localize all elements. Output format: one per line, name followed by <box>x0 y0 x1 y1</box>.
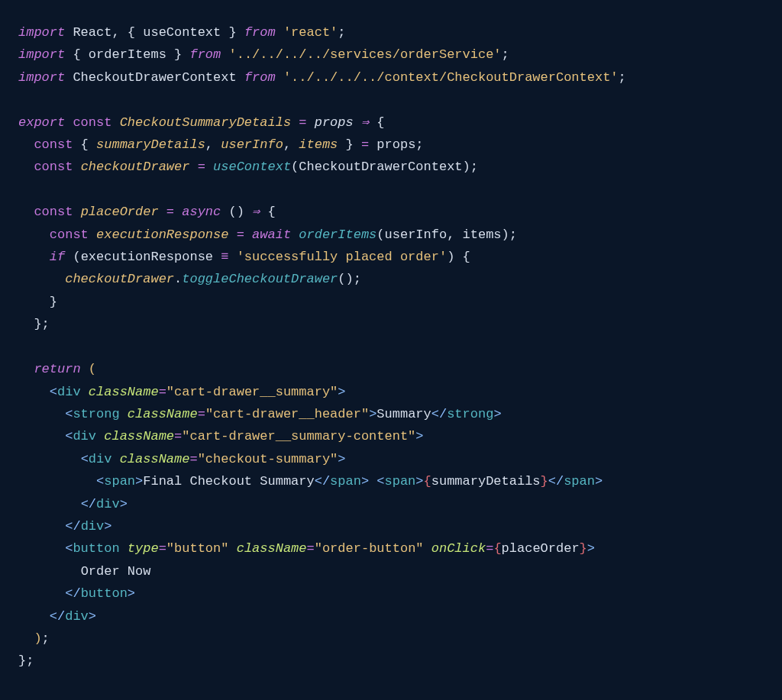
tag-div: div <box>89 452 112 466</box>
tag-span: span <box>104 474 135 489</box>
arg-userinfo: userInfo <box>385 227 448 242</box>
ident-orderitems: orderItems <box>89 47 166 62</box>
kw-import: import <box>18 25 65 40</box>
code-block: import React, { useContext } from 'react… <box>18 21 764 673</box>
arg-checkoutdrawercontext: CheckoutDrawerContext <box>299 160 462 174</box>
str-context: '../../../../context/CheckoutDrawerConte… <box>283 70 619 85</box>
tag-button: button <box>73 541 119 556</box>
fn-togglecheckoutdrawer: toggleCheckoutDrawer <box>182 272 338 286</box>
kw-const: const <box>34 137 73 152</box>
text-summary: Summary <box>376 407 431 421</box>
str-orderservice: '../../../../services/orderService' <box>228 47 501 62</box>
str-button-type: "button" <box>166 541 229 556</box>
tag-div-close: div <box>96 497 120 511</box>
tag-span-close: span <box>564 474 595 489</box>
tag-span-close: span <box>330 474 361 489</box>
var-placeorder: placeOrder <box>81 205 159 219</box>
str-success: 'successfully placed order' <box>237 250 447 264</box>
tag-div: div <box>57 385 81 399</box>
ident-checkoutdrawercontext: CheckoutDrawerContext <box>73 70 236 85</box>
ident-execresp: executionResponse <box>81 250 213 264</box>
jsx-expr-summarydetails: summaryDetails <box>431 474 541 489</box>
tag-span: span <box>385 474 416 489</box>
kw-if: if <box>50 250 65 264</box>
kw-const: const <box>50 227 89 242</box>
arg-items: items <box>463 227 502 242</box>
kw-from: from <box>189 47 221 62</box>
tag-strong-close: strong <box>447 407 493 421</box>
str-react: 'react' <box>283 25 338 40</box>
kw-await: await <box>252 227 291 242</box>
kw-const: const <box>34 205 73 219</box>
attr-classname: className <box>89 385 159 399</box>
attr-type: type <box>128 541 159 556</box>
str-cartdrawer-summary: "cart-drawer__summary" <box>166 385 338 399</box>
var-checkoutdrawer: checkoutDrawer <box>81 160 190 174</box>
fn-orderitems: orderItems <box>299 227 376 242</box>
attr-classname: className <box>104 429 174 444</box>
str-cartdrawer-header: "cart-drawer__header" <box>205 407 369 421</box>
ident-usecontext: useContext <box>143 25 221 40</box>
var-items: items <box>299 137 338 152</box>
fn-usecontext: useContext <box>213 160 291 174</box>
param-props: props <box>315 115 354 130</box>
kw-from: from <box>244 25 276 40</box>
kw-export: export <box>18 115 65 130</box>
kw-import: import <box>18 70 65 85</box>
kw-const: const <box>34 160 73 174</box>
text-final-checkout: Final Checkout Summary <box>143 474 314 489</box>
kw-from: from <box>244 70 276 85</box>
var-executionresponse: executionResponse <box>96 227 228 242</box>
attr-classname: className <box>128 407 198 421</box>
attr-onclick: onClick <box>431 541 486 556</box>
tag-button-close: button <box>81 586 128 601</box>
jsx-expr-placeorder: placeOrder <box>502 541 580 556</box>
var-summarydetails: summaryDetails <box>96 137 205 152</box>
ident-react: React <box>73 25 111 40</box>
tag-div: div <box>73 429 96 444</box>
text-order-now: Order Now <box>81 564 151 579</box>
tag-strong: strong <box>73 407 119 421</box>
tag-div-close: div <box>65 609 89 624</box>
component-name: CheckoutSummaryDetails <box>120 115 291 130</box>
var-checkoutdrawer-ref: checkoutDrawer <box>65 272 174 286</box>
str-summary-content: "cart-drawer__summary-content" <box>182 429 415 444</box>
kw-async: async <box>182 205 221 219</box>
kw-return: return <box>34 362 80 376</box>
kw-const: const <box>73 115 111 130</box>
str-order-button: "order-button" <box>315 541 424 556</box>
ident-props: props <box>376 137 415 152</box>
attr-classname: className <box>120 452 190 466</box>
var-userinfo: userInfo <box>221 137 283 152</box>
attr-classname: className <box>237 541 307 556</box>
kw-import: import <box>18 47 65 62</box>
str-checkout-summary: "checkout-summary" <box>198 452 338 466</box>
tag-div-close: div <box>81 519 105 534</box>
